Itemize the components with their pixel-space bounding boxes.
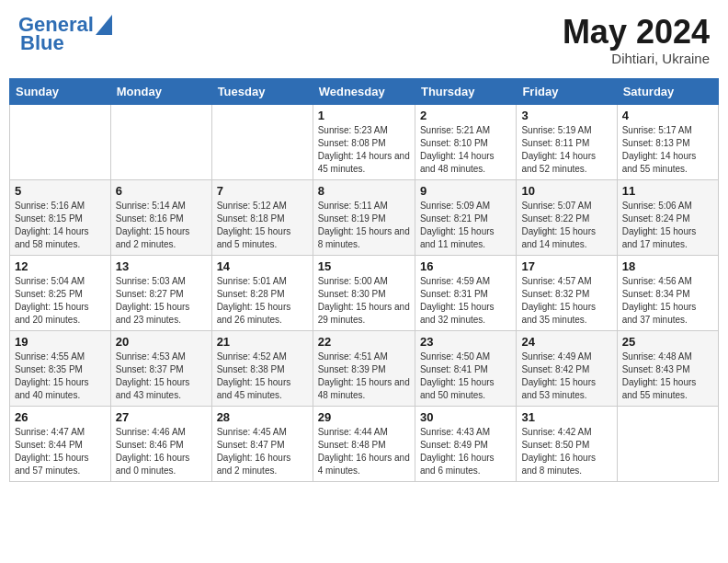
day-info: Sunrise: 4:44 AM Sunset: 8:48 PM Dayligh… (318, 426, 410, 477)
day-info: Sunrise: 5:21 AM Sunset: 8:10 PM Dayligh… (420, 124, 511, 176)
title-area: May 2024 Dihtiari, Ukraine (563, 14, 710, 66)
calendar-cell: 25Sunrise: 4:48 AM Sunset: 8:43 PM Dayli… (617, 330, 718, 406)
col-header-tuesday: Tuesday (211, 78, 313, 104)
col-header-wednesday: Wednesday (313, 78, 415, 104)
day-number: 29 (318, 410, 410, 424)
day-info: Sunrise: 4:52 AM Sunset: 8:38 PM Dayligh… (217, 350, 308, 402)
day-info: Sunrise: 4:46 AM Sunset: 8:46 PM Dayligh… (116, 426, 207, 477)
day-info: Sunrise: 4:50 AM Sunset: 8:41 PM Dayligh… (420, 350, 511, 402)
calendar-cell: 11Sunrise: 5:06 AM Sunset: 8:24 PM Dayli… (617, 179, 718, 255)
logo-triangle-icon (96, 15, 112, 35)
day-info: Sunrise: 4:48 AM Sunset: 8:43 PM Dayligh… (622, 350, 713, 402)
calendar-body: 1Sunrise: 5:23 AM Sunset: 8:08 PM Daylig… (10, 104, 719, 481)
calendar-table: SundayMondayTuesdayWednesdayThursdayFrid… (9, 78, 719, 482)
week-row-2: 5Sunrise: 5:16 AM Sunset: 8:15 PM Daylig… (10, 179, 719, 255)
calendar-cell: 14Sunrise: 5:01 AM Sunset: 8:28 PM Dayli… (211, 255, 313, 330)
day-info: Sunrise: 5:06 AM Sunset: 8:24 PM Dayligh… (622, 200, 713, 251)
day-number: 26 (15, 410, 106, 424)
day-number: 15 (318, 259, 410, 273)
day-info: Sunrise: 5:01 AM Sunset: 8:28 PM Dayligh… (217, 275, 308, 327)
day-number: 13 (116, 259, 207, 273)
day-info: Sunrise: 4:51 AM Sunset: 8:39 PM Dayligh… (318, 350, 410, 402)
calendar-cell (211, 104, 313, 179)
day-number: 12 (15, 259, 106, 273)
day-number: 10 (521, 184, 611, 198)
calendar-cell: 1Sunrise: 5:23 AM Sunset: 8:08 PM Daylig… (313, 104, 415, 179)
calendar-cell: 5Sunrise: 5:16 AM Sunset: 8:15 PM Daylig… (10, 179, 111, 255)
day-info: Sunrise: 5:07 AM Sunset: 8:22 PM Dayligh… (521, 200, 611, 251)
day-number: 8 (318, 184, 410, 198)
calendar-cell: 31Sunrise: 4:42 AM Sunset: 8:50 PM Dayli… (517, 406, 617, 481)
day-number: 23 (420, 335, 511, 349)
day-number: 3 (521, 109, 611, 122)
calendar-cell: 2Sunrise: 5:21 AM Sunset: 8:10 PM Daylig… (415, 104, 516, 179)
calendar-cell: 17Sunrise: 4:57 AM Sunset: 8:32 PM Dayli… (517, 255, 617, 330)
calendar-cell: 18Sunrise: 4:56 AM Sunset: 8:34 PM Dayli… (617, 255, 718, 330)
calendar-cell: 27Sunrise: 4:46 AM Sunset: 8:46 PM Dayli… (110, 406, 211, 481)
calendar-cell: 4Sunrise: 5:17 AM Sunset: 8:13 PM Daylig… (617, 104, 718, 179)
calendar-cell: 8Sunrise: 5:11 AM Sunset: 8:19 PM Daylig… (313, 179, 415, 255)
calendar-header: SundayMondayTuesdayWednesdayThursdayFrid… (10, 78, 719, 104)
day-number: 31 (521, 410, 611, 424)
header-row: SundayMondayTuesdayWednesdayThursdayFrid… (10, 78, 719, 104)
day-number: 24 (521, 335, 611, 349)
calendar-cell: 16Sunrise: 4:59 AM Sunset: 8:31 PM Dayli… (415, 255, 516, 330)
page-header: General Blue May 2024 Dihtiari, Ukraine (9, 9, 719, 71)
calendar-cell: 10Sunrise: 5:07 AM Sunset: 8:22 PM Dayli… (517, 179, 617, 255)
day-number: 19 (15, 335, 106, 349)
day-info: Sunrise: 5:04 AM Sunset: 8:25 PM Dayligh… (15, 275, 106, 327)
calendar-cell: 23Sunrise: 4:50 AM Sunset: 8:41 PM Dayli… (415, 330, 516, 406)
day-info: Sunrise: 5:03 AM Sunset: 8:27 PM Dayligh… (116, 275, 207, 327)
day-number: 7 (217, 184, 308, 198)
calendar-cell: 29Sunrise: 4:44 AM Sunset: 8:48 PM Dayli… (313, 406, 415, 481)
month-title: May 2024 (563, 14, 710, 51)
week-row-5: 26Sunrise: 4:47 AM Sunset: 8:44 PM Dayli… (10, 406, 719, 481)
calendar-cell: 7Sunrise: 5:12 AM Sunset: 8:18 PM Daylig… (211, 179, 313, 255)
day-info: Sunrise: 5:16 AM Sunset: 8:15 PM Dayligh… (15, 200, 106, 251)
day-number: 20 (116, 335, 207, 349)
day-info: Sunrise: 5:23 AM Sunset: 8:08 PM Dayligh… (318, 124, 410, 176)
calendar-cell: 6Sunrise: 5:14 AM Sunset: 8:16 PM Daylig… (110, 179, 211, 255)
col-header-sunday: Sunday (10, 78, 111, 104)
calendar-cell: 12Sunrise: 5:04 AM Sunset: 8:25 PM Dayli… (10, 255, 111, 330)
calendar-cell: 15Sunrise: 5:00 AM Sunset: 8:30 PM Dayli… (313, 255, 415, 330)
day-number: 4 (622, 109, 713, 122)
calendar-cell: 3Sunrise: 5:19 AM Sunset: 8:11 PM Daylig… (517, 104, 617, 179)
day-number: 22 (318, 335, 410, 349)
col-header-thursday: Thursday (415, 78, 516, 104)
day-number: 2 (420, 109, 511, 122)
day-number: 14 (217, 259, 308, 273)
day-info: Sunrise: 4:45 AM Sunset: 8:47 PM Dayligh… (217, 426, 308, 477)
day-info: Sunrise: 5:11 AM Sunset: 8:19 PM Dayligh… (318, 200, 410, 251)
day-number: 5 (15, 184, 106, 198)
day-info: Sunrise: 5:17 AM Sunset: 8:13 PM Dayligh… (622, 124, 713, 176)
day-number: 27 (116, 410, 207, 424)
day-info: Sunrise: 4:57 AM Sunset: 8:32 PM Dayligh… (521, 275, 611, 327)
day-info: Sunrise: 5:09 AM Sunset: 8:21 PM Dayligh… (420, 200, 511, 251)
calendar-cell: 30Sunrise: 4:43 AM Sunset: 8:49 PM Dayli… (415, 406, 516, 481)
col-header-monday: Monday (110, 78, 211, 104)
day-info: Sunrise: 4:43 AM Sunset: 8:49 PM Dayligh… (420, 426, 511, 477)
calendar-cell (617, 406, 718, 481)
calendar-cell: 21Sunrise: 4:52 AM Sunset: 8:38 PM Dayli… (211, 330, 313, 406)
calendar-cell: 13Sunrise: 5:03 AM Sunset: 8:27 PM Dayli… (110, 255, 211, 330)
col-header-saturday: Saturday (617, 78, 718, 104)
day-info: Sunrise: 4:42 AM Sunset: 8:50 PM Dayligh… (521, 426, 611, 477)
calendar-cell: 26Sunrise: 4:47 AM Sunset: 8:44 PM Dayli… (10, 406, 111, 481)
logo-text-blue: Blue (20, 32, 64, 54)
day-info: Sunrise: 4:55 AM Sunset: 8:35 PM Dayligh… (15, 350, 106, 402)
week-row-4: 19Sunrise: 4:55 AM Sunset: 8:35 PM Dayli… (10, 330, 719, 406)
calendar-cell: 20Sunrise: 4:53 AM Sunset: 8:37 PM Dayli… (110, 330, 211, 406)
day-number: 17 (521, 259, 611, 273)
calendar-cell (110, 104, 211, 179)
week-row-1: 1Sunrise: 5:23 AM Sunset: 8:08 PM Daylig… (10, 104, 719, 179)
day-info: Sunrise: 5:14 AM Sunset: 8:16 PM Dayligh… (116, 200, 207, 251)
day-number: 28 (217, 410, 308, 424)
day-number: 1 (318, 109, 410, 122)
week-row-3: 12Sunrise: 5:04 AM Sunset: 8:25 PM Dayli… (10, 255, 719, 330)
day-info: Sunrise: 5:12 AM Sunset: 8:18 PM Dayligh… (217, 200, 308, 251)
day-number: 25 (622, 335, 713, 349)
col-header-friday: Friday (517, 78, 617, 104)
calendar-cell (10, 104, 111, 179)
day-info: Sunrise: 4:47 AM Sunset: 8:44 PM Dayligh… (15, 426, 106, 477)
